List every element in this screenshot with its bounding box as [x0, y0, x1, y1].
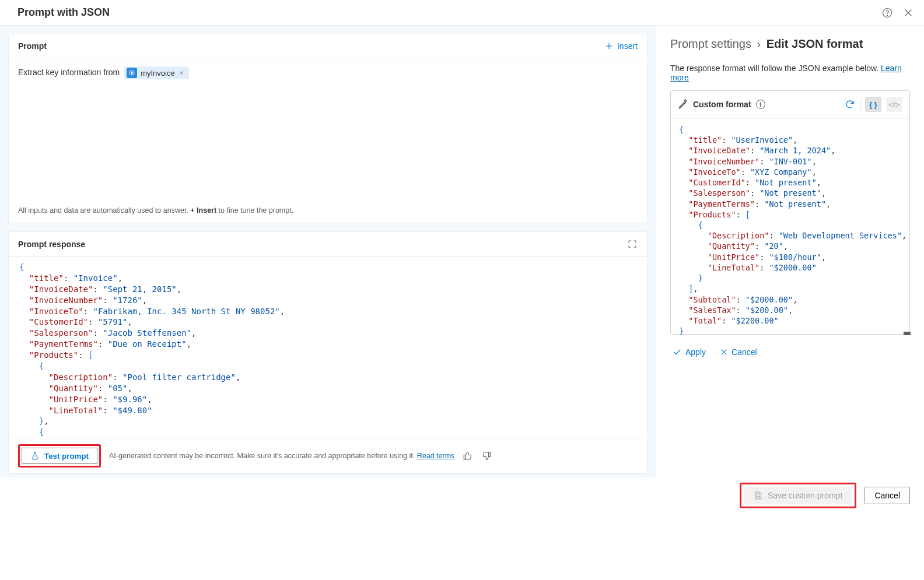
prompt-section-title: Prompt	[18, 41, 47, 51]
apply-button[interactable]: Apply	[673, 347, 706, 357]
test-prompt-highlight: Test prompt	[18, 444, 101, 467]
insert-hint: All inputs and data are automatically us…	[9, 198, 647, 223]
prompt-card: Prompt Insert Extract key information fr…	[8, 34, 648, 223]
chip-label: myInvoice	[141, 69, 175, 78]
response-card: Prompt response { "title": "Invoice", "I…	[8, 231, 648, 474]
document-icon	[127, 68, 137, 78]
response-json-viewer[interactable]: { "title": "Invoice", "InvoiceDate": "Se…	[9, 256, 647, 438]
response-section-title: Prompt response	[18, 240, 85, 249]
custom-format-title: Custom format	[693, 100, 751, 109]
thumbs-up-icon[interactable]	[463, 451, 473, 461]
panel-cancel-button[interactable]: Cancel	[720, 347, 757, 357]
page-title: Prompt with JSON	[18, 6, 110, 19]
prompt-text: Extract key information from	[18, 68, 120, 77]
panel-description: The response format will follow the JSON…	[670, 64, 910, 82]
undo-icon[interactable]	[845, 99, 855, 110]
json-view-toggle[interactable]: { }	[865, 97, 881, 112]
save-custom-prompt-button[interactable]: Save custom prompt	[744, 487, 852, 504]
divider	[860, 99, 860, 110]
read-terms-link[interactable]: Read terms	[417, 452, 455, 460]
save-highlight: Save custom prompt	[740, 483, 856, 508]
info-icon[interactable]: i	[756, 100, 765, 109]
ai-disclaimer: AI-generated content may be incorrect. M…	[109, 452, 454, 460]
footer-cancel-button[interactable]: Cancel	[864, 487, 910, 504]
input-chip[interactable]: myInvoice	[124, 66, 189, 79]
expand-icon[interactable]	[627, 239, 638, 249]
plus-icon	[604, 41, 614, 51]
prompt-editor[interactable]: Extract key information from myInvoice	[9, 58, 647, 198]
code-view-toggle[interactable]: </>	[886, 97, 902, 112]
insert-button[interactable]: Insert	[604, 41, 638, 51]
close-icon[interactable]	[903, 8, 914, 18]
custom-format-card: Custom format i { } </> { "title": "User…	[670, 90, 910, 335]
custom-format-editor[interactable]: { "title": "UserInvoice", "InvoiceDate":…	[671, 118, 909, 334]
flask-icon	[30, 451, 40, 461]
resize-handle[interactable]	[904, 332, 911, 335]
thumbs-down-icon[interactable]	[481, 451, 492, 461]
svg-point-1	[887, 15, 887, 15]
x-icon	[720, 348, 728, 356]
breadcrumb: Prompt settings › Edit JSON format	[670, 37, 910, 51]
test-prompt-button[interactable]: Test prompt	[22, 448, 97, 464]
chip-remove-icon[interactable]	[178, 69, 184, 78]
help-icon[interactable]	[882, 8, 892, 18]
breadcrumb-current: Edit JSON format	[766, 37, 863, 50]
test-prompt-label: Test prompt	[44, 452, 89, 461]
save-icon	[754, 491, 763, 500]
check-icon	[673, 347, 682, 357]
chevron-right-icon: ›	[755, 37, 764, 50]
pen-icon	[678, 99, 688, 110]
breadcrumb-parent[interactable]: Prompt settings	[670, 37, 751, 50]
insert-label: Insert	[617, 41, 638, 51]
